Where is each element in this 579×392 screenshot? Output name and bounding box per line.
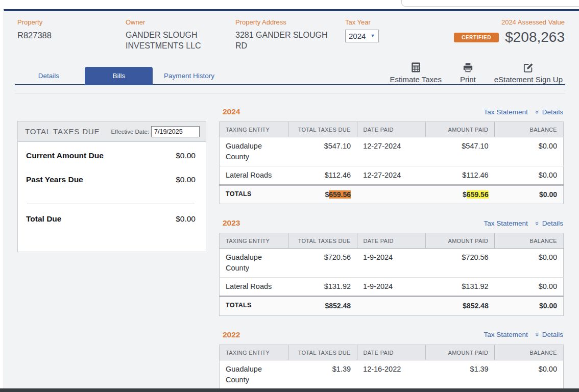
owner-label: Owner <box>126 18 228 26</box>
page: Property R827388 Owner GANDER SLOUGH INV… <box>0 0 579 392</box>
details-link-label: Details <box>542 219 563 227</box>
tab-bills[interactable]: Bills <box>85 67 153 85</box>
yellow-highlight: 659.56 <box>467 190 489 199</box>
year-links: Tax Statement » Details <box>484 331 563 338</box>
table-header-row: TAXING ENTITYTOTAL TAXES DUEDATE PAIDAMO… <box>220 122 564 137</box>
column-header: BALANCE <box>495 233 564 249</box>
divider <box>15 93 565 93</box>
property-address-value: 3281 GANDER SLOUGH RD <box>235 30 340 52</box>
table-body: Guadalupe County$547.1012-27-2024$547.10… <box>220 137 564 204</box>
table-row: Guadalupe County$1.3912-16-2022$1.39$0.0… <box>220 360 564 389</box>
table-cell: $0.00 <box>495 166 564 185</box>
assessed-value-field: 2024 Assessed Value CERTIFIED $208,263 <box>454 18 565 45</box>
details-link-label: Details <box>542 331 563 338</box>
tab-payment-history[interactable]: Payment History <box>155 67 223 85</box>
totals-cell <box>357 297 426 315</box>
current-amount-due-value: $0.00 <box>176 151 196 160</box>
table-row: Guadalupe County$547.1012-27-2024$547.10… <box>220 137 564 166</box>
table-header-row: TAXING ENTITYTOTAL TAXES DUEDATE PAIDAMO… <box>220 233 564 249</box>
property-value: R827388 <box>17 30 52 41</box>
total-due-row: Total Due $0.00 <box>26 214 196 224</box>
table-cell: $0.00 <box>495 249 564 278</box>
property-tax-card: Property R827388 Owner GANDER SLOUGH INV… <box>4 9 579 388</box>
owner-field: Owner GANDER SLOUGH INVESTMENTS LLC <box>126 18 228 52</box>
double-chevron-down-icon: » <box>534 110 541 113</box>
year-section: 2022 Tax Statement » Details TAXING ENTI… <box>219 329 564 392</box>
bills-table: TAXING ENTITYTOTAL TAXES DUEDATE PAIDAMO… <box>219 121 564 204</box>
summary-panel-header: TOTAL TAXES DUE Effective Date: <box>18 121 206 142</box>
column-header: AMOUNT PAID <box>426 122 495 137</box>
tax-statement-link[interactable]: Tax Statement <box>484 219 527 227</box>
tax-year-selected-value: 2024 <box>349 32 366 40</box>
property-label: Property <box>17 18 52 26</box>
orange-highlight: 659.56 <box>329 190 351 199</box>
table-cell: $131.92 <box>426 278 495 297</box>
table-cell: Guadalupe County <box>220 249 288 278</box>
totals-cell: $852.48 <box>426 297 495 315</box>
past-years-due-label: Past Years Due <box>26 175 83 184</box>
total-taxes-due-panel: TOTAL TAXES DUE Effective Date: Current … <box>17 121 206 252</box>
bills-table: TAXING ENTITYTOTAL TAXES DUEDATE PAIDAMO… <box>219 233 564 315</box>
current-amount-due-row: Current Amount Due $0.00 <box>26 151 196 160</box>
table-cell: Guadalupe County <box>220 360 288 389</box>
tax-year-select[interactable]: 2024 ▼ <box>345 30 379 42</box>
table-row: Guadalupe County$720.561-9-2024$720.56$0… <box>220 249 564 278</box>
year-links: Tax Statement » Details <box>484 219 563 227</box>
tab-details[interactable]: Details <box>15 67 83 85</box>
column-header: TAXING ENTITY <box>220 233 288 249</box>
summary-divider <box>27 204 195 204</box>
year-links: Tax Statement » Details <box>484 108 563 116</box>
current-amount-due-label: Current Amount Due <box>26 151 104 160</box>
double-chevron-down-icon: » <box>534 222 541 225</box>
details-link[interactable]: » Details <box>536 219 563 227</box>
column-header: TOTAL TAXES DUE <box>288 122 357 137</box>
table-cell: 12-16-2022 <box>357 360 426 389</box>
column-header: TAXING ENTITY <box>220 122 288 137</box>
table-cell: $720.56 <box>426 249 495 278</box>
details-link[interactable]: » Details <box>536 108 563 116</box>
year-section-header: 2022 Tax Statement » Details <box>219 329 564 340</box>
total-due-value: $0.00 <box>176 214 196 224</box>
column-header: DATE PAID <box>357 122 426 137</box>
table-cell: $0.00 <box>495 360 564 389</box>
effective-date-input[interactable] <box>151 126 200 137</box>
year-section: 2024 Tax Statement » Details TAXING ENTI… <box>219 106 564 204</box>
table-row: Lateral Roads$112.4612-27-2024$112.46$0.… <box>220 166 564 185</box>
table-cell: $1.39 <box>426 360 495 389</box>
column-header: BALANCE <box>495 345 564 360</box>
column-header: BALANCE <box>495 122 564 137</box>
assessed-value: $208,263 <box>505 29 565 45</box>
column-header: TOTAL TAXES DUE <box>288 233 357 249</box>
totals-cell <box>357 185 426 204</box>
column-header: TAXING ENTITY <box>220 345 288 360</box>
bottom-bar <box>0 388 579 392</box>
totals-row: TOTALS$852.48$852.48$0.00 <box>220 297 564 315</box>
totals-cell: $0.00 <box>495 297 564 315</box>
year-heading: 2023 <box>223 218 240 228</box>
double-chevron-down-icon: » <box>534 333 541 336</box>
table-cell: 12-27-2024 <box>357 166 426 185</box>
property-address-label: Property Address <box>235 18 340 26</box>
table-cell: $112.46 <box>426 166 495 185</box>
tax-statement-link[interactable]: Tax Statement <box>484 331 527 338</box>
table-cell: 1-9-2024 <box>357 278 426 297</box>
totals-cell: $852.48 <box>288 297 357 315</box>
totals-row: TOTALS$659.56$659.56$0.00 <box>220 185 564 204</box>
details-link[interactable]: » Details <box>536 331 563 338</box>
assessed-value-label: 2024 Assessed Value <box>454 18 565 26</box>
table-cell: Lateral Roads <box>220 278 288 297</box>
tax-statement-link[interactable]: Tax Statement <box>484 108 527 116</box>
tax-year-label: Tax Year <box>345 18 379 26</box>
totals-cell: $0.00 <box>495 185 564 204</box>
table-cell: Guadalupe County <box>220 137 288 166</box>
effective-date-label: Effective Date: <box>111 129 149 135</box>
property-field: Property R827388 <box>17 18 52 41</box>
table-cell: $0.00 <box>495 278 564 297</box>
table-cell: Lateral Roads <box>220 166 288 185</box>
property-address-field: Property Address 3281 GANDER SLOUGH RD <box>235 18 340 52</box>
bills-table: TAXING ENTITYTOTAL TAXES DUEDATE PAIDAMO… <box>219 345 564 392</box>
table-cell: $720.56 <box>288 249 357 278</box>
column-header: TOTAL TAXES DUE <box>288 345 357 360</box>
column-header: AMOUNT PAID <box>426 345 495 360</box>
total-due-label: Total Due <box>26 214 61 224</box>
